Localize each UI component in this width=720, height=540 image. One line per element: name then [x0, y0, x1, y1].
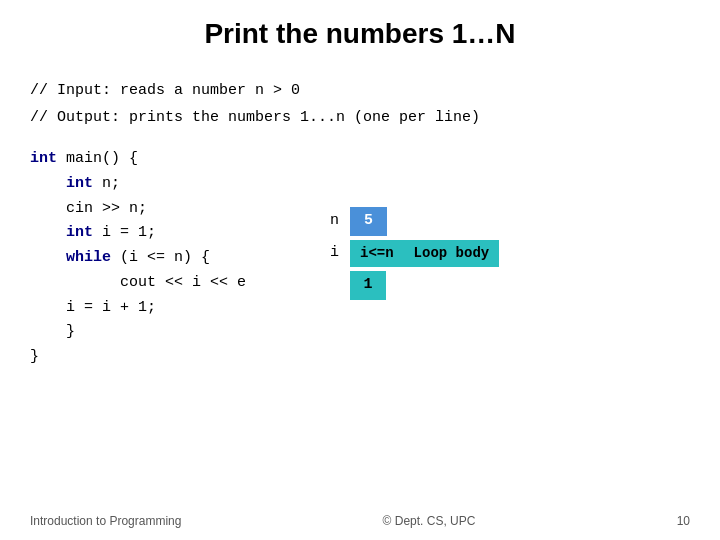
footer-center: © Dept. CS, UPC	[383, 514, 476, 528]
viz-n-row: n 5	[330, 207, 499, 236]
viz-i-condition-box: i<=n	[350, 240, 404, 267]
code-line-1: int main() {	[30, 147, 690, 172]
visualization-area: n 5 i i<=n Loop body 1	[330, 207, 499, 300]
keyword-int-i: int	[66, 221, 93, 246]
footer: Introduction to Programming © Dept. CS, …	[0, 514, 720, 528]
keyword-while: while	[66, 246, 111, 271]
viz-n-value-box: 5	[350, 207, 387, 236]
footer-right: 10	[677, 514, 690, 528]
viz-i-row: i i<=n Loop body	[330, 240, 499, 267]
viz-i-current-box: 1	[350, 271, 386, 300]
viz-i-label: i	[330, 241, 344, 266]
viz-n-label: n	[330, 209, 344, 234]
keyword-int-n: int	[66, 172, 93, 197]
viz-loop-label-box: Loop body	[404, 240, 500, 267]
comment-2: // Output: prints the numbers 1...n (one…	[30, 107, 690, 130]
comment-1: // Input: reads a number n > 0	[30, 80, 690, 103]
slide: Print the numbers 1…N // Input: reads a …	[0, 0, 720, 540]
keyword-int-main: int	[30, 147, 57, 172]
code-line-9: }	[30, 345, 690, 370]
footer-left: Introduction to Programming	[30, 514, 181, 528]
code-line-2: int n;	[30, 172, 690, 197]
code-content: // Input: reads a number n > 0 // Output…	[0, 64, 720, 370]
code-block: int main() { int n; cin >> n; int i = 1;…	[30, 147, 690, 370]
code-line-8: }	[30, 320, 690, 345]
slide-title: Print the numbers 1…N	[0, 0, 720, 64]
viz-i-current-row: 1	[350, 271, 499, 300]
